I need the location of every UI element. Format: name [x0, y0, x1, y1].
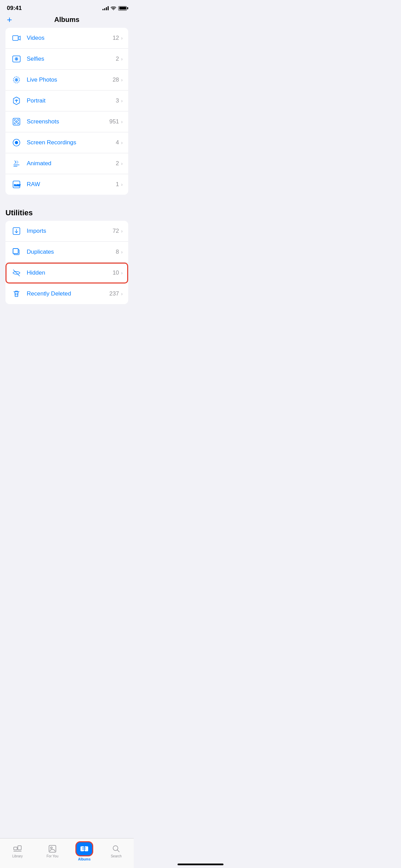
hidden-chevron: › — [121, 270, 123, 276]
utilities-list: Imports 72 › Duplicates 8 › — [5, 221, 128, 304]
live-photos-chevron: › — [121, 77, 123, 83]
selfies-chevron: › — [121, 56, 123, 62]
trash-icon — [11, 288, 22, 299]
raw-chevron: › — [121, 182, 123, 187]
list-item-videos[interactable]: Videos 12 › — [5, 28, 128, 49]
svg-line-18 — [13, 270, 20, 276]
recently-deleted-label: Recently Deleted — [27, 290, 109, 297]
imports-icon — [11, 226, 22, 237]
list-item-duplicates[interactable]: Duplicates 8 › — [5, 242, 128, 263]
portrait-icon — [11, 95, 22, 106]
svg-point-0 — [113, 10, 114, 10]
list-item-live-photos[interactable]: Live Photos 28 › — [5, 70, 128, 91]
animated-label: Animated — [27, 160, 116, 167]
svg-text:RAW: RAW — [14, 184, 21, 187]
screenshots-label: Screenshots — [27, 118, 109, 125]
list-item-recently-deleted[interactable]: Recently Deleted 237 › — [5, 284, 128, 304]
list-item-selfies[interactable]: Selfies 2 › — [5, 49, 128, 70]
status-time: 09:41 — [7, 5, 22, 12]
svg-point-11 — [15, 141, 18, 144]
videos-label: Videos — [27, 35, 112, 41]
signal-icon — [102, 6, 109, 10]
svg-point-9 — [16, 121, 17, 123]
duplicates-count: 8 — [116, 249, 119, 255]
hidden-count: 10 — [112, 269, 119, 276]
list-item-screenshots[interactable]: Screenshots 951 › — [5, 111, 128, 132]
duplicates-chevron: › — [121, 249, 123, 255]
screen-recordings-count: 4 — [116, 139, 119, 146]
animated-chevron: › — [121, 161, 123, 166]
screenshots-count: 951 — [109, 118, 119, 125]
list-item-imports[interactable]: Imports 72 › — [5, 221, 128, 242]
raw-label: RAW — [27, 181, 116, 188]
list-item-portrait[interactable]: Portrait 3 › — [5, 91, 128, 111]
animated-icon — [11, 158, 22, 169]
recently-deleted-chevron: › — [121, 291, 123, 297]
status-icons — [102, 6, 127, 11]
live-photos-count: 28 — [112, 76, 119, 83]
svg-rect-16 — [13, 249, 18, 254]
header: + Albums — [0, 14, 134, 28]
list-item-animated[interactable]: Animated 2 › — [5, 153, 128, 174]
list-item-screen-recordings[interactable]: Screen Recordings 4 › — [5, 132, 128, 153]
live-photos-icon — [11, 74, 22, 85]
media-types-list: Videos 12 › Selfies 2 › — [5, 28, 128, 195]
imports-label: Imports — [27, 228, 112, 234]
svg-rect-8 — [13, 118, 20, 125]
screen-recordings-chevron: › — [121, 140, 123, 145]
animated-count: 2 — [116, 160, 119, 167]
videos-count: 12 — [112, 35, 119, 41]
add-album-button[interactable]: + — [7, 14, 12, 25]
selfies-label: Selfies — [27, 56, 116, 62]
imports-count: 72 — [112, 228, 119, 234]
duplicates-label: Duplicates — [27, 249, 116, 255]
list-item-hidden[interactable]: Hidden 10 › — [5, 263, 128, 284]
svg-rect-1 — [13, 36, 18, 40]
page-title: Albums — [54, 16, 79, 24]
hidden-icon — [11, 267, 22, 278]
screen-recordings-label: Screen Recordings — [27, 139, 116, 146]
recently-deleted-count: 237 — [109, 290, 119, 297]
portrait-count: 3 — [116, 97, 119, 104]
hidden-label: Hidden — [27, 269, 112, 276]
svg-point-6 — [16, 80, 17, 81]
svg-point-4 — [16, 59, 17, 60]
videos-chevron: › — [121, 35, 123, 41]
screenshots-chevron: › — [121, 119, 123, 124]
selfie-icon — [11, 53, 22, 64]
selfies-count: 2 — [116, 56, 119, 62]
imports-chevron: › — [121, 228, 123, 234]
portrait-chevron: › — [121, 98, 123, 104]
raw-icon: RAW — [11, 179, 22, 190]
portrait-label: Portrait — [27, 97, 116, 104]
duplicates-icon — [11, 246, 22, 257]
content-scroll: Videos 12 › Selfies 2 › — [0, 28, 134, 345]
live-photos-label: Live Photos — [27, 76, 112, 83]
video-icon — [11, 33, 22, 44]
list-item-raw[interactable]: RAW RAW 1 › — [5, 174, 128, 195]
utilities-section-header: Utilities — [0, 202, 134, 221]
screenshot-icon — [11, 116, 22, 127]
screen-recordings-icon — [11, 137, 22, 148]
raw-count: 1 — [116, 181, 119, 188]
battery-icon — [118, 6, 127, 11]
status-bar: 09:41 — [0, 0, 134, 14]
wifi-icon — [111, 6, 116, 10]
